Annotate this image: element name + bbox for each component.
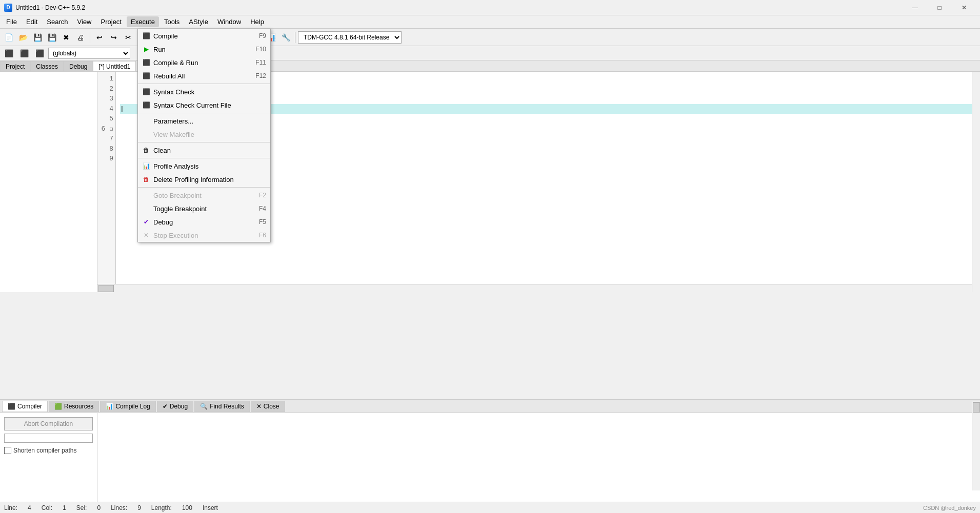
title-bar-controls: — □ ✕ — [903, 1, 976, 15]
code-line-6 — [120, 124, 976, 134]
resources-icon: 🟩 — [54, 403, 62, 410]
tab-debug[interactable]: Debug — [64, 61, 93, 71]
toolbar-sep-2 — [166, 32, 167, 43]
title-bar-left: D Untitled1 - Dev-C++ 5.9.2 — [4, 4, 85, 12]
line-num-4: 4 — [99, 104, 113, 114]
print-button[interactable]: 🖨 — [74, 31, 87, 44]
status-line-label: Line: — [4, 504, 17, 511]
new-button[interactable]: 📄 — [2, 31, 15, 44]
compiler-select[interactable]: TDM-GCC 4.8.1 64-bit Release — [298, 31, 402, 44]
tb2-btn3[interactable]: ⬛ — [33, 47, 46, 60]
tab-classes[interactable]: Classes — [30, 61, 64, 71]
check-button[interactable]: ✔ — [231, 31, 245, 44]
menu-tools[interactable]: Tools — [160, 16, 184, 27]
menu-help[interactable]: Help — [246, 16, 268, 27]
tab-project[interactable]: Project — [0, 61, 30, 71]
line-num-7: 7 — [99, 134, 113, 144]
tab-close-bottom[interactable]: ✕ Close — [251, 401, 285, 412]
line-num-5: 5 — [99, 114, 113, 124]
minimize-button[interactable]: — — [903, 1, 927, 15]
abort-compilation-button[interactable]: Abort Compilation — [4, 417, 93, 430]
status-mode: Insert — [203, 504, 218, 511]
debug-button[interactable]: ⬛ — [212, 31, 226, 44]
shorten-paths-checkbox[interactable] — [4, 447, 11, 454]
close-bottom-icon: ✕ — [256, 403, 262, 410]
line-numbers: 1 2 3 4 5 6 ◽ 7 8 9 — [97, 72, 116, 292]
shorten-paths-label: Shorten compiler paths — [4, 447, 93, 454]
compile-run-button[interactable]: ⬛ — [198, 31, 211, 44]
profile-button[interactable]: 📊 — [265, 31, 278, 44]
save-button[interactable]: 💾 — [31, 31, 44, 44]
line-num-8: 8 — [99, 144, 113, 154]
close-file-button[interactable]: ✖ — [59, 31, 73, 44]
copy-button[interactable]: 📋 — [136, 31, 149, 44]
status-col-label: Col: — [42, 504, 52, 511]
stop-button[interactable]: ✕ — [246, 31, 259, 44]
menu-search[interactable]: Search — [43, 16, 72, 27]
editor-area[interactable]: 1 2 3 4 5 6 ◽ 7 8 9 | — [97, 72, 980, 292]
save-all-button[interactable]: 💾 — [45, 31, 58, 44]
tab-find-results[interactable]: 🔍 Find Results — [194, 401, 250, 412]
progress-bar — [4, 434, 93, 443]
compile-log-label: Compile Log — [115, 403, 150, 410]
status-col-val: 1 — [63, 504, 66, 511]
debug-icon: ✔ — [163, 403, 168, 410]
paste-button[interactable]: 📌 — [150, 31, 164, 44]
line-num-9: 9 — [99, 154, 113, 164]
bottom-panel: ⬛ Compiler 🟩 Resources 📊 Compile Log ✔ D… — [0, 399, 980, 502]
menu-project[interactable]: Project — [97, 16, 126, 27]
menu-execute[interactable]: Execute — [127, 16, 159, 27]
bottom-right-scrollbar[interactable] — [972, 401, 980, 490]
tab-untitled1[interactable]: [*] Untitled1 — [93, 61, 136, 71]
compile-log-icon: 📊 — [106, 403, 113, 410]
code-content[interactable]: | — [116, 72, 980, 292]
menu-edit[interactable]: Edit — [22, 16, 42, 27]
open-button[interactable]: 📂 — [16, 31, 30, 44]
tab-debug-bottom[interactable]: ✔ Debug — [157, 401, 193, 412]
toolbar-sep-4 — [262, 32, 262, 43]
menu-file[interactable]: File — [2, 16, 21, 27]
settings-button[interactable]: 🔧 — [279, 31, 292, 44]
tab-resources[interactable]: 🟩 Resources — [49, 401, 99, 412]
resources-tab-label: Resources — [64, 403, 93, 410]
find-results-label: Find Results — [210, 403, 244, 410]
undo-button[interactable]: ↩ — [93, 31, 106, 44]
run-button[interactable]: ▶ — [184, 31, 197, 44]
tab-compile-log[interactable]: 📊 Compile Log — [100, 401, 155, 412]
cut-button[interactable]: ✂ — [122, 31, 135, 44]
vertical-scrollbar[interactable] — [972, 72, 980, 292]
tb2-btn1[interactable]: ⬛ — [2, 47, 15, 60]
menu-view[interactable]: View — [73, 16, 96, 27]
status-line-val: 4 — [28, 504, 31, 511]
status-credit: CSDN @red_donkey — [923, 505, 976, 511]
compiler-output[interactable] — [97, 413, 980, 502]
code-view: 1 2 3 4 5 6 ◽ 7 8 9 | — [97, 72, 980, 292]
close-button[interactable]: ✕ — [952, 1, 976, 15]
toolbar-sep-1 — [90, 32, 90, 43]
code-line-7 — [120, 134, 976, 144]
app-icon: D — [4, 4, 12, 12]
horizontal-scrollbar[interactable] — [97, 284, 972, 292]
status-length-val: 100 — [182, 504, 192, 511]
status-lines-label: Lines: — [111, 504, 127, 511]
scroll-thumb[interactable] — [98, 285, 114, 292]
redo-button[interactable]: ↪ — [107, 31, 121, 44]
toolbar-secondary: ⬛ ⬛ ⬛ (globals) — [0, 46, 980, 60]
maximize-button[interactable]: □ — [928, 1, 951, 15]
menu-bar: File Edit Search View Project Execute To… — [0, 15, 980, 29]
function-dropdown[interactable]: (globals) — [48, 48, 130, 59]
menu-window[interactable]: Window — [213, 16, 245, 27]
compiler-icon: ⬛ — [8, 403, 15, 410]
line-num-3: 3 — [99, 94, 113, 104]
bottom-scroll-thumb[interactable] — [973, 402, 980, 413]
status-sel-val: 0 — [97, 504, 101, 511]
toolbar-sep-5 — [295, 32, 295, 43]
bottom-content: Abort Compilation Shorten compiler paths — [0, 413, 980, 502]
status-bar: Line: 4 Col: 1 Sel: 0 Lines: 9 Length: 1… — [0, 502, 980, 513]
tab-compiler[interactable]: ⬛ Compiler — [2, 401, 48, 412]
compile-button[interactable]: ⬛ — [169, 31, 183, 44]
menu-astyle[interactable]: AStyle — [185, 16, 212, 27]
tb2-btn2[interactable]: ⬛ — [17, 47, 31, 60]
status-lines-val: 9 — [137, 504, 141, 511]
code-line-4: | — [120, 104, 976, 114]
